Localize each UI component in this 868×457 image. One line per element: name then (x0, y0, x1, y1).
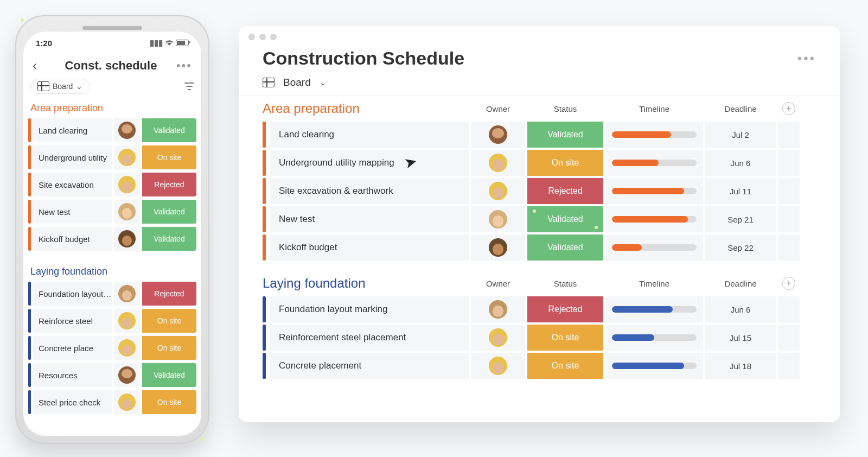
filter-button[interactable] (184, 82, 194, 90)
owner-cell[interactable] (471, 353, 525, 379)
owner-cell[interactable] (471, 296, 525, 322)
task-row[interactable]: Concrete placementOn siteJul 18 (263, 353, 816, 379)
status-cell[interactable]: Validated (527, 234, 603, 261)
status-cell[interactable]: On site (142, 145, 196, 169)
deadline-cell[interactable]: Jul 2 (705, 122, 776, 148)
col-head-status[interactable]: Status (527, 104, 603, 113)
task-name[interactable]: Underground utility (33, 145, 112, 169)
col-head-timeline[interactable]: Timeline (605, 104, 703, 113)
timeline-cell[interactable] (605, 150, 703, 176)
add-column-button[interactable]: + (782, 277, 795, 290)
owner-cell[interactable] (114, 227, 140, 251)
owner-cell[interactable] (471, 206, 525, 232)
status-cell[interactable]: Validated (142, 227, 196, 251)
status-cell[interactable]: Validated (142, 363, 196, 387)
deadline-cell[interactable]: Jul 15 (705, 325, 776, 351)
task-row[interactable]: Site excavation & earthworkRejectedJul 1… (263, 178, 816, 204)
task-name[interactable]: New test (270, 206, 469, 232)
status-cell[interactable]: Validated (527, 122, 603, 148)
task-row[interactable]: Reinforce steelOn site (28, 309, 196, 333)
col-head-status[interactable]: Status (527, 279, 603, 288)
task-name[interactable]: Land clearing (270, 122, 469, 148)
owner-cell[interactable] (114, 118, 140, 142)
view-switcher[interactable]: Board ⌄ (30, 79, 90, 94)
traffic-light-max[interactable] (270, 34, 277, 40)
traffic-light-min[interactable] (259, 34, 266, 40)
timeline-cell[interactable] (605, 122, 703, 148)
group-title[interactable]: Laying foundation (30, 266, 194, 277)
owner-cell[interactable] (471, 150, 525, 176)
task-row[interactable]: Concrete placeOn site (28, 336, 196, 360)
status-cell[interactable]: Rejected (142, 282, 196, 306)
task-row[interactable]: New testValidated (28, 200, 196, 224)
task-row[interactable]: Reinforcement steel placementOn siteJul … (263, 325, 816, 351)
owner-cell[interactable] (471, 122, 525, 148)
deadline-cell[interactable]: Jun 6 (705, 296, 776, 322)
task-name[interactable]: Kickoff budget (33, 227, 112, 251)
status-cell[interactable]: Validated (142, 200, 196, 224)
timeline-cell[interactable] (605, 178, 703, 204)
status-cell[interactable]: On site (527, 325, 603, 351)
task-row[interactable]: New testValidatedSep 21 (263, 206, 816, 232)
owner-cell[interactable] (471, 178, 525, 204)
task-name[interactable]: Foundation layout… (33, 282, 112, 306)
deadline-cell[interactable]: Jul 18 (705, 353, 776, 379)
task-row[interactable]: Kickoff budgetValidated (28, 227, 196, 251)
task-name[interactable]: Steel price check (33, 390, 112, 414)
task-row[interactable]: Kickoff budgetValidatedSep 22 (263, 234, 816, 261)
task-row[interactable]: Foundation layout…Rejected (28, 282, 196, 306)
task-name[interactable]: Land clearing (33, 118, 112, 142)
owner-cell[interactable] (114, 145, 140, 169)
task-name[interactable]: Concrete placement (270, 353, 469, 379)
timeline-cell[interactable] (605, 234, 703, 261)
more-button[interactable]: ••• (176, 59, 192, 73)
status-cell[interactable]: On site (527, 150, 603, 176)
owner-cell[interactable] (114, 282, 140, 306)
col-head-owner[interactable]: Owner (471, 104, 525, 113)
status-cell[interactable]: On site (142, 309, 196, 333)
task-row[interactable]: Land clearingValidated (28, 118, 196, 142)
col-head-timeline[interactable]: Timeline (605, 279, 703, 288)
task-name[interactable]: Reinforce steel (33, 309, 112, 333)
task-row[interactable]: Steel price checkOn site (28, 390, 196, 414)
col-head-deadline[interactable]: Deadline (705, 104, 776, 113)
chevron-down-icon[interactable]: ⌄ (320, 78, 326, 87)
status-cell[interactable]: On site (527, 353, 603, 379)
task-row[interactable]: Site excavationRejected (28, 173, 196, 196)
col-head-deadline[interactable]: Deadline (705, 279, 776, 288)
window-body[interactable]: Area preparationOwnerStatusTimelineDeadl… (239, 96, 840, 422)
timeline-cell[interactable] (605, 206, 703, 232)
task-row[interactable]: Land clearingValidatedJul 2 (263, 122, 816, 148)
deadline-cell[interactable]: Jul 11 (705, 178, 776, 204)
timeline-cell[interactable] (605, 325, 703, 351)
task-name[interactable]: New test (33, 200, 112, 224)
view-label[interactable]: Board (283, 77, 311, 88)
task-name[interactable]: Concrete place (33, 336, 112, 360)
task-row[interactable]: Foundation layout markingRejectedJun 6 (263, 296, 816, 322)
task-name[interactable]: Site excavation (33, 173, 112, 196)
task-row[interactable]: ResourcesValidated (28, 363, 196, 387)
owner-cell[interactable] (114, 173, 140, 196)
owner-cell[interactable] (114, 363, 140, 387)
status-cell[interactable]: Validated (142, 118, 196, 142)
status-cell[interactable]: Rejected (142, 173, 196, 196)
group-title[interactable]: Area preparation (30, 103, 194, 114)
deadline-cell[interactable]: Sep 21 (705, 206, 776, 232)
task-name[interactable]: Kickoff budget (270, 234, 469, 261)
status-cell[interactable]: Rejected (527, 178, 603, 204)
owner-cell[interactable] (471, 325, 525, 351)
status-cell[interactable]: On site (142, 336, 196, 360)
task-name[interactable]: Foundation layout marking (270, 296, 469, 322)
timeline-cell[interactable] (605, 296, 703, 322)
owner-cell[interactable] (114, 390, 140, 414)
task-name[interactable]: Underground utility mapping (270, 150, 469, 176)
owner-cell[interactable] (114, 309, 140, 333)
add-column-button[interactable]: + (782, 102, 795, 115)
task-name[interactable]: Resources (33, 363, 112, 387)
owner-cell[interactable] (114, 200, 140, 224)
deadline-cell[interactable]: Sep 22 (705, 234, 776, 261)
traffic-light-close[interactable] (248, 34, 255, 40)
task-row[interactable]: Underground utilityOn site (28, 145, 196, 169)
status-cell[interactable]: Validated (527, 206, 603, 232)
task-name[interactable]: Site excavation & earthwork (270, 178, 469, 204)
